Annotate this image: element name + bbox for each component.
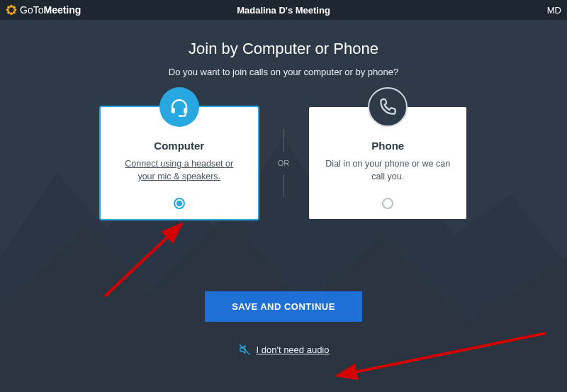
header-right: MD: [547, 5, 561, 16]
flower-logo-icon: [6, 4, 17, 16]
computer-card-description: Connect using a headset or your mic & sp…: [101, 157, 258, 183]
or-label: OR: [278, 159, 290, 167]
main-content: Join by Computer or Phone Do you want to…: [0, 20, 567, 359]
save-continue-button[interactable]: SAVE AND CONTINUE: [205, 291, 362, 322]
page-subtitle: Do you want to join calls on your comput…: [0, 67, 567, 77]
svg-point-0: [10, 5, 13, 8]
page-title: Join by Computer or Phone: [0, 40, 567, 58]
svg-point-8: [179, 115, 181, 117]
app-header: GoToMeeting Madalina D's Meeting MD: [0, 0, 567, 20]
svg-point-2: [6, 9, 9, 11]
phone-icon-wrap: [368, 87, 408, 127]
headset-icon: [169, 96, 190, 118]
no-audio-text: I don't need audio: [257, 345, 330, 355]
phone-radio[interactable]: [382, 198, 393, 209]
phone-card-title: Phone: [309, 140, 466, 152]
separator-line-bottom: [284, 174, 284, 197]
computer-icon-wrap: [159, 87, 199, 127]
or-separator: OR: [278, 129, 290, 197]
separator-line-top: [284, 129, 284, 152]
phone-card-description: Dial in on your phone or we can call you…: [309, 157, 466, 183]
svg-point-7: [13, 11, 16, 14]
computer-radio[interactable]: [174, 198, 185, 209]
svg-point-4: [7, 6, 10, 9]
speaker-mute-icon: [238, 343, 251, 356]
no-audio-link[interactable]: I don't need audio: [238, 343, 330, 356]
meeting-title: Madalina D's Meeting: [237, 5, 330, 16]
phone-icon: [377, 96, 398, 118]
svg-point-5: [13, 6, 16, 9]
computer-card-title: Computer: [101, 140, 258, 152]
svg-point-1: [10, 12, 13, 15]
user-initials[interactable]: MD: [547, 5, 561, 16]
svg-point-6: [7, 11, 10, 14]
option-phone-card[interactable]: Phone Dial in on your phone or we can ca…: [309, 107, 466, 219]
option-computer-card[interactable]: Computer Connect using a headset or your…: [101, 107, 258, 219]
svg-point-3: [13, 9, 16, 11]
brand-text: GoToMeeting: [20, 4, 81, 16]
audio-options-row: Computer Connect using a headset or your…: [0, 107, 567, 219]
brand: GoToMeeting: [6, 4, 81, 16]
